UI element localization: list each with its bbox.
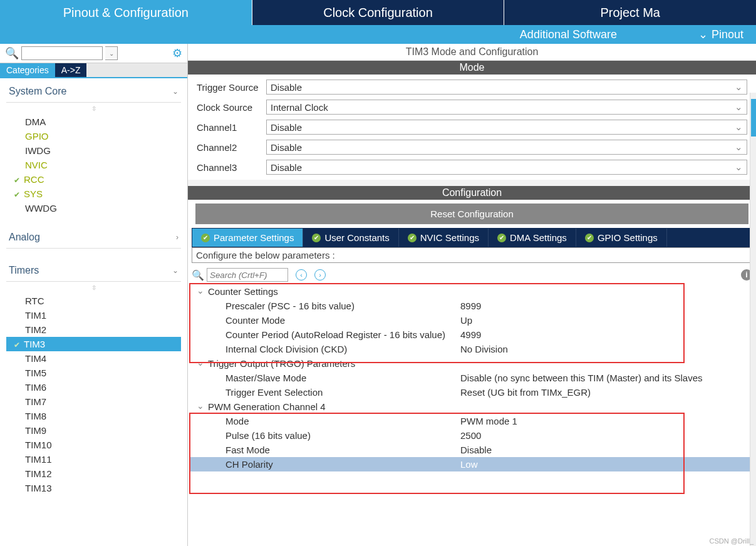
peripheral-tree: System Core⌄ ⇳ DMA GPIO IWDG NVIC RCC SY… xyxy=(0,78,187,546)
group-pwm-channel4[interactable]: PWM Generation Channel 4 xyxy=(190,399,753,414)
select-channel2[interactable]: Disable⌄ xyxy=(266,140,747,155)
label-channel3: Channel3 xyxy=(197,162,262,173)
param-counter-period[interactable]: Counter Period (AutoReload Register - 16… xyxy=(190,327,753,342)
param-prescaler[interactable]: Prescaler (PSC - 16 bits value)8999 xyxy=(190,299,753,313)
sidebar-item-nvic[interactable]: NVIC xyxy=(6,158,181,172)
group-counter-settings[interactable]: Counter Settings xyxy=(190,284,753,299)
sidebar-item-sys[interactable]: SYS xyxy=(6,187,181,201)
sidebar-item-tim2[interactable]: TIM2 xyxy=(6,322,181,337)
label-trigger-source: Trigger Source xyxy=(197,82,262,93)
tab-categories[interactable]: Categories xyxy=(0,63,55,77)
watermark: CSDN @Drill_ xyxy=(710,537,753,545)
sidebar-item-tim12[interactable]: TIM12 xyxy=(6,466,181,481)
gear-icon[interactable]: ⚙ xyxy=(172,46,182,60)
param-pwm-ch-polarity[interactable]: CH PolarityLow xyxy=(190,457,753,471)
check-icon: ✔ xyxy=(312,234,321,242)
param-pwm-fast-mode[interactable]: Fast ModeDisable xyxy=(190,443,753,457)
tab-pinout-config[interactable]: Pinout & Configuration xyxy=(0,0,252,25)
select-trigger-source[interactable]: Disable⌄ xyxy=(266,80,747,95)
chevron-down-icon: ⌄ xyxy=(698,28,708,41)
configure-hint: Configure the below parameters : xyxy=(192,247,752,263)
check-icon: ✔ xyxy=(585,234,594,242)
sidebar-item-tim13[interactable]: TIM13 xyxy=(6,481,181,495)
search-icon[interactable]: 🔍 xyxy=(5,46,19,60)
select-channel3[interactable]: Disable⌄ xyxy=(266,160,747,175)
chevron-down-icon: ⌄ xyxy=(172,87,179,96)
section-analog[interactable]: Analog› xyxy=(6,227,181,249)
sidebar-item-tim7[interactable]: TIM7 xyxy=(6,394,181,409)
select-clock-source[interactable]: Internal Clock⌄ xyxy=(266,100,747,115)
sub-tabs: Additional Software ⌄Pinout xyxy=(0,25,756,44)
sidebar: 🔍 ⌄ ⚙ Categories A->Z System Core⌄ ⇳ DMA… xyxy=(0,44,188,546)
sidebar-item-tim9[interactable]: TIM9 xyxy=(6,423,181,438)
chevron-right-icon: › xyxy=(176,233,179,242)
additional-software-link[interactable]: Additional Software xyxy=(520,28,617,41)
mode-header: Mode xyxy=(188,61,756,75)
sidebar-item-tim10[interactable]: TIM10 xyxy=(6,438,181,452)
content-scrollbar[interactable] xyxy=(750,93,756,546)
category-tabs: Categories A->Z xyxy=(0,63,187,78)
tab-clock-config[interactable]: Clock Configuration xyxy=(252,0,504,25)
param-trigger-event-selection[interactable]: Trigger Event SelectionReset (UG bit fro… xyxy=(190,385,753,399)
sidebar-item-tim6[interactable]: TIM6 xyxy=(6,380,181,394)
sidebar-item-dma[interactable]: DMA xyxy=(6,115,181,129)
chevron-down-icon: ⌄ xyxy=(172,266,179,275)
chevron-down-icon: ⌄ xyxy=(735,121,743,133)
section-system-core[interactable]: System Core⌄ xyxy=(6,81,181,103)
sidebar-item-tim5[interactable]: TIM5 xyxy=(6,366,181,380)
chevron-down-icon: ⌄ xyxy=(735,101,743,113)
tab-gpio-settings[interactable]: ✔GPIO Settings xyxy=(576,229,667,247)
parameters-area: Counter Settings Prescaler (PSC - 16 bit… xyxy=(188,284,756,484)
panel-title: TIM3 Mode and Configuration xyxy=(188,44,756,61)
tab-nvic-settings[interactable]: ✔NVIC Settings xyxy=(399,229,489,247)
param-pwm-pulse[interactable]: Pulse (16 bits value)2500 xyxy=(190,428,753,443)
sidebar-search-input[interactable] xyxy=(21,46,103,60)
sidebar-item-gpio[interactable]: GPIO xyxy=(6,129,181,143)
content-area: TIM3 Mode and Configuration Mode Trigger… xyxy=(188,44,756,546)
reset-configuration-button[interactable]: Reset Configuration xyxy=(195,203,748,224)
label-clock-source: Clock Source xyxy=(197,102,262,113)
tab-project-manager[interactable]: Project Ma xyxy=(504,0,756,25)
param-master-slave-mode[interactable]: Master/Slave ModeDisable (no sync betwee… xyxy=(190,371,753,385)
next-icon[interactable]: › xyxy=(314,269,326,281)
config-tabs: ✔Parameter Settings ✔User Constants ✔NVI… xyxy=(192,228,752,247)
sidebar-item-tim3[interactable]: TIM3 xyxy=(6,337,181,351)
sidebar-item-tim4[interactable]: TIM4 xyxy=(6,351,181,366)
sidebar-item-tim1[interactable]: TIM1 xyxy=(6,308,181,322)
main-tabs: Pinout & Configuration Clock Configurati… xyxy=(0,0,756,25)
param-pwm-mode[interactable]: ModePWM mode 1 xyxy=(190,414,753,428)
param-clock-division[interactable]: Internal Clock Division (CKD)No Division xyxy=(190,342,753,356)
sidebar-item-wwdg[interactable]: WWDG xyxy=(6,201,181,215)
section-timers[interactable]: Timers⌄ xyxy=(6,260,181,282)
check-icon: ✔ xyxy=(408,234,417,242)
check-icon: ✔ xyxy=(201,234,210,242)
label-channel1: Channel1 xyxy=(197,122,262,133)
sidebar-item-rtc[interactable]: RTC xyxy=(6,294,181,308)
chevron-down-icon: ⌄ xyxy=(735,142,743,153)
pinout-dropdown[interactable]: ⌄Pinout xyxy=(698,28,743,41)
tab-a-to-z[interactable]: A->Z xyxy=(55,63,87,77)
label-channel2: Channel2 xyxy=(197,142,262,153)
sidebar-item-rcc[interactable]: RCC xyxy=(6,172,181,187)
chevron-down-icon: ⌄ xyxy=(735,162,743,173)
sidebar-search-dropdown[interactable]: ⌄ xyxy=(105,46,118,60)
mode-area: Trigger SourceDisable⌄ Clock SourceInter… xyxy=(188,75,756,180)
sidebar-item-iwdg[interactable]: IWDG xyxy=(6,143,181,158)
group-trgo-parameters[interactable]: Trigger Output (TRGO) Parameters xyxy=(190,356,753,371)
select-channel1[interactable]: Disable⌄ xyxy=(266,120,747,135)
check-icon: ✔ xyxy=(497,234,506,242)
prev-icon[interactable]: ‹ xyxy=(296,269,307,281)
sidebar-item-tim8[interactable]: TIM8 xyxy=(6,409,181,423)
chevron-down-icon: ⌄ xyxy=(735,81,743,93)
sort-icon[interactable]: ⇳ xyxy=(6,282,181,294)
tab-user-constants[interactable]: ✔User Constants xyxy=(303,229,398,247)
tab-dma-settings[interactable]: ✔DMA Settings xyxy=(489,229,576,247)
search-icon[interactable]: 🔍 xyxy=(192,269,204,281)
param-counter-mode[interactable]: Counter ModeUp xyxy=(190,313,753,327)
parameter-search-input[interactable] xyxy=(207,268,288,282)
sidebar-item-tim11[interactable]: TIM11 xyxy=(6,452,181,466)
tab-parameter-settings[interactable]: ✔Parameter Settings xyxy=(192,229,303,247)
sort-icon[interactable]: ⇳ xyxy=(6,103,181,115)
configuration-header: Configuration xyxy=(188,186,756,200)
